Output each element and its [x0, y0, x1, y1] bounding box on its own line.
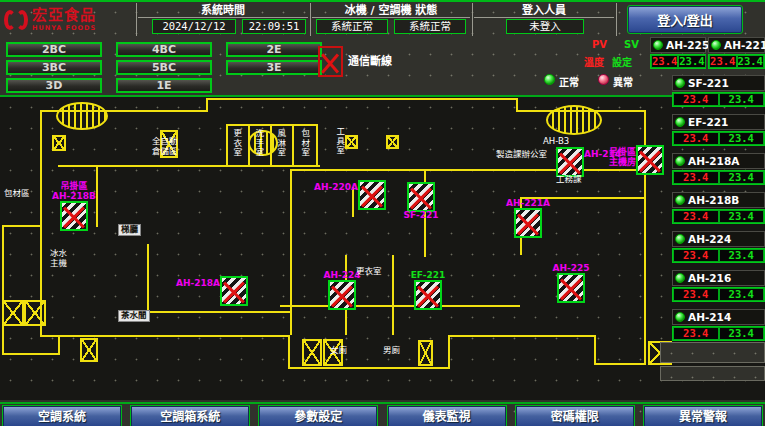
sv-label: SV — [624, 39, 639, 50]
device-offline-marker[interactable]: AH-225 — [557, 273, 585, 303]
wall-segment — [290, 169, 646, 171]
unit-ef-221[interactable]: EF-221 — [672, 114, 765, 130]
door-icon — [80, 338, 98, 362]
ahu-status-panel: AH-22523.423.4AH-221A23.423.4SF-22123.42… — [648, 37, 765, 400]
login-logout-button[interactable]: 登入/登出 — [628, 6, 742, 33]
nav-button-3[interactable]: 儀表監視 — [388, 406, 506, 426]
floor-button-2bc[interactable]: 2BC — [6, 42, 102, 57]
unit-ah-225[interactable]: AH-225 — [650, 37, 706, 53]
wall-segment — [2, 225, 4, 355]
floor-button-4bc[interactable]: 4BC — [116, 42, 212, 57]
room-label: AH-B3 — [543, 137, 569, 147]
unit-name: SF-221 — [688, 77, 729, 89]
nav-button-4[interactable]: 密碼權限 — [516, 406, 634, 426]
unit-sv-value: 23.4 — [719, 93, 765, 106]
unit-values: 23.423.4 — [672, 326, 765, 341]
header-divider — [616, 3, 617, 36]
device-label: AH-225 — [552, 264, 589, 274]
wall-segment — [290, 169, 292, 335]
unit-pv-value: 23.4 — [651, 55, 678, 68]
unit-name: AH-225 — [666, 39, 709, 51]
device-offline-marker[interactable]: 吊掛區 AH-218B — [60, 201, 88, 231]
empty-slot — [660, 342, 765, 363]
unit-ah-221a[interactable]: AH-221A — [708, 37, 765, 53]
floor-button-3bc[interactable]: 3BC — [6, 60, 102, 75]
door-icon — [52, 135, 66, 151]
pv-name-label: 溫度 — [584, 54, 604, 69]
unit-pv-value: 23.4 — [709, 55, 737, 68]
hunya-logo-icon — [4, 8, 28, 32]
unit-values: 23.423.4 — [650, 54, 706, 69]
device-offline-marker[interactable]: EF-221 — [414, 280, 442, 310]
unit-led-icon — [675, 156, 685, 166]
header: 宏亞食品 HUNYA FOODS 系統時間 2024/12/12 22:09:5… — [0, 2, 765, 38]
nav-button-0[interactable]: 空調系統 — [3, 406, 121, 426]
unit-ah-214[interactable]: AH-214 — [672, 309, 765, 325]
wall-segment — [448, 335, 450, 369]
unit-ah-218b[interactable]: AH-218B — [672, 192, 765, 208]
unit-ah-224[interactable]: AH-224 — [672, 231, 765, 247]
room-label: 全自動 倉儲區 — [152, 137, 178, 157]
device-offline-marker[interactable]: AH-214 — [556, 147, 584, 177]
unit-ah-216[interactable]: AH-216 — [672, 270, 765, 286]
unit-sv-value: 23.4 — [737, 55, 765, 68]
brand-name-en: HUNYA FOODS — [32, 25, 96, 32]
machine-status-label: 冰機 / 空調機 狀態 — [312, 3, 470, 18]
wall-segment — [140, 311, 290, 313]
room-label: 茶水間 — [118, 310, 150, 322]
floor-button-1e[interactable]: 1E — [116, 78, 212, 93]
wall-segment — [58, 335, 60, 355]
nav-button-2[interactable]: 參數設定 — [259, 406, 377, 426]
nav-button-5[interactable]: 異常警報 — [644, 406, 762, 426]
abnormal-led-label: 異常 — [613, 74, 633, 89]
device-label: EF-221 — [411, 271, 446, 281]
login-status-value: 未登入 — [506, 19, 584, 34]
wall-segment — [226, 124, 228, 167]
unit-ah-218a[interactable]: AH-218A — [672, 153, 765, 169]
unit-sv-value: 23.4 — [719, 288, 765, 301]
device-offline-marker[interactable]: AH-218A — [220, 276, 248, 306]
floor-button-3d[interactable]: 3D — [6, 78, 102, 93]
ac-status-value: 系統正常 — [394, 19, 466, 34]
device-label: SF-221 — [404, 211, 439, 221]
wall-segment — [392, 255, 394, 335]
wall-segment — [147, 244, 149, 311]
unit-pv-value: 23.4 — [673, 210, 719, 223]
wall-segment — [280, 305, 520, 307]
floor-button-3e[interactable]: 3E — [226, 60, 322, 75]
floor-button-2e[interactable]: 2E — [226, 42, 322, 57]
sv-name-label: 設定 — [612, 54, 632, 69]
unit-led-icon — [675, 117, 685, 127]
unit-sv-value: 23.4 — [719, 171, 765, 184]
pv-label: PV — [592, 39, 607, 50]
unit-sv-value: 23.4 — [719, 327, 765, 340]
unit-sf-221[interactable]: SF-221 — [672, 75, 765, 91]
normal-led-icon — [544, 74, 555, 85]
stairs-icon — [56, 102, 108, 130]
wall-segment — [226, 124, 318, 126]
floor-button-5bc[interactable]: 5BC — [116, 60, 212, 75]
nav-button-1[interactable]: 空調箱系統 — [131, 406, 249, 426]
unit-name: AH-221A — [724, 39, 765, 51]
device-offline-marker[interactable]: AH-224 — [328, 280, 356, 310]
device-offline-marker[interactable]: AH-220A — [358, 180, 386, 210]
wall-segment — [316, 124, 318, 167]
unit-pv-value: 23.4 — [673, 132, 719, 145]
device-offline-marker[interactable]: SF-221 — [407, 182, 435, 212]
normal-led-label: 正常 — [559, 74, 579, 89]
unit-values: 23.423.4 — [672, 287, 765, 302]
room-label: 冰水 主機 — [50, 249, 67, 269]
floor-button-grid: 2BC4BC2E3BC5BC3E3D1E — [6, 42, 322, 93]
unit-name: AH-216 — [688, 272, 731, 284]
room-label: 包材室 — [299, 129, 309, 158]
unit-pv-value: 23.4 — [673, 288, 719, 301]
system-time-label: 系統時間 — [138, 3, 308, 18]
room-label: 男廁 — [383, 346, 400, 356]
unit-led-icon — [675, 273, 685, 283]
login-label: 登入人員 — [474, 3, 614, 18]
wall-segment — [448, 335, 596, 337]
unit-name: AH-224 — [688, 233, 731, 245]
unit-sv-value: 23.4 — [678, 55, 705, 68]
device-offline-marker[interactable]: AH-221A — [514, 208, 542, 238]
wall-segment — [40, 335, 98, 337]
